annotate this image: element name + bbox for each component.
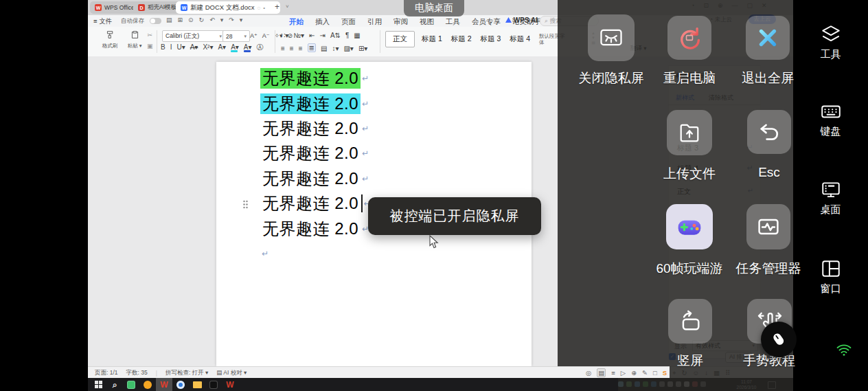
ai-check-button[interactable]: ▤ AI 校对 ▾ [216, 369, 247, 377]
file-menu[interactable]: ≡ 文件 [93, 17, 112, 26]
decrease-indent-button[interactable]: ⇤ [309, 32, 315, 39]
shading-button[interactable]: ▨▾ [343, 45, 353, 52]
app-square [209, 381, 218, 389]
undo-icon[interactable]: ↶ [209, 16, 215, 23]
grow-font-icon[interactable]: A⁺ [250, 32, 258, 40]
borders-button[interactable]: ⊞▾ [358, 45, 367, 52]
font-color-button[interactable]: A▾ [244, 43, 252, 51]
app-wps-2[interactable]: W [222, 378, 238, 391]
unsaved-dot-icon: • [263, 5, 265, 11]
italic-button[interactable]: I [170, 43, 172, 51]
bold-button[interactable]: B [161, 43, 165, 51]
text-direction-button[interactable]: A⇅ [330, 32, 341, 39]
esc-key-icon [756, 120, 782, 144]
strikethrough-button[interactable]: A▾ [190, 43, 198, 51]
app-security[interactable] [123, 378, 139, 391]
remote-title-pill[interactable]: 电脑桌面 [404, 0, 464, 16]
save-icon[interactable]: ▤ [166, 16, 172, 23]
remote-toolbar-rail: 工具 键盘 桌面 窗口 [793, 0, 868, 391]
undo-menu-icon[interactable]: ▾ [220, 16, 224, 23]
desktop-icon [820, 179, 842, 201]
app-wps[interactable]: W [156, 378, 172, 391]
tab-wps-office[interactable]: W WPS Office [90, 1, 139, 14]
spell-check-button[interactable]: 拼写检查: 打开 ▾ [165, 369, 208, 377]
rail-desktop-button[interactable]: 桌面 [793, 179, 868, 216]
autosave-toggle[interactable] [150, 18, 161, 24]
app-glyph: W [226, 380, 233, 390]
font-name-select[interactable]: Calibri (正文)▾ [162, 30, 225, 42]
paragraph-mark-icon: ↵ [362, 124, 369, 133]
tab-list-button[interactable]: ˅ [286, 3, 289, 10]
doc-line: 无界趣连 2.0↵ [260, 91, 371, 115]
privacy-toast: 被控端已开启隐私屏 [368, 197, 541, 235]
app-dot [144, 381, 152, 389]
print-icon[interactable]: ⊞ [178, 16, 183, 23]
style-标题 2[interactable]: 标题 2 [449, 32, 474, 47]
highlight-color-button[interactable]: A▾ [231, 43, 239, 51]
align-center-button[interactable]: ≡ [290, 45, 294, 52]
bullets-button[interactable]: ∷▾ [281, 32, 288, 39]
redo-menu-icon[interactable]: ▾ [240, 16, 243, 23]
paragraph-drag-handle-icon[interactable] [242, 199, 249, 212]
style-标题 1[interactable]: 标题 1 [420, 32, 444, 47]
exit-fullscreen-button[interactable] [746, 16, 790, 60]
mouse-icon [766, 327, 791, 352]
print-preview-icon[interactable]: ⊙ [188, 16, 194, 23]
format-painter-button[interactable]: 格式刷 [99, 30, 121, 49]
distribute-button[interactable]: ▤ [321, 45, 327, 52]
wps-ai-tab[interactable]: WPS AI [505, 16, 538, 24]
style-标题 4[interactable]: 标题 4 [507, 32, 532, 47]
start-button[interactable] [90, 378, 106, 391]
upload-file-button[interactable] [667, 110, 712, 155]
app-browser[interactable] [172, 378, 189, 391]
justify-button[interactable]: ≣ [308, 43, 316, 52]
tab-document[interactable]: W 新建 DOCX 文档.docx ◌ • [176, 1, 280, 14]
wifi-status-icon [836, 342, 852, 360]
phonetic-guide-button[interactable]: A▾ [218, 43, 226, 51]
close-privacy-screen-button[interactable] [588, 14, 635, 61]
keyboard-icon [820, 100, 842, 122]
mouse-cursor [429, 235, 439, 252]
screen: W WPS Office D 稻壳AI模板 W 新建 DOCX 文档.docx … [0, 0, 868, 391]
mouse-mode-button[interactable] [761, 322, 797, 357]
superscript-button[interactable]: X²▾ [203, 43, 213, 51]
task-manager-button[interactable] [746, 204, 790, 249]
align-left-button[interactable]: ≡ [281, 45, 285, 52]
esc-button[interactable] [747, 110, 791, 154]
rail-keyboard-button[interactable]: 键盘 [793, 100, 868, 138]
doc-logo-icon: W [181, 4, 187, 11]
cut-button[interactable]: ✂ [147, 30, 153, 41]
doc-line: 无界趣连 2.0↵ [260, 66, 371, 91]
sync-icon[interactable]: ↻ [199, 16, 205, 23]
style-标题 3[interactable]: 标题 3 [479, 32, 503, 47]
redo-icon[interactable]: ↷ [229, 16, 234, 23]
font-size-select[interactable]: 28▾ [222, 30, 250, 42]
color-bar [244, 50, 251, 52]
character-border-button[interactable]: Ⓐ [257, 43, 264, 51]
line-spacing-button[interactable]: ↕▾ [332, 45, 339, 52]
app-docer[interactable] [139, 378, 156, 391]
app-square [127, 381, 135, 389]
shrink-font-icon[interactable]: A⁻ [262, 32, 270, 40]
app-files[interactable] [189, 378, 205, 391]
rail-tools-button[interactable]: 工具 [793, 23, 868, 61]
search-button[interactable]: ⌕ [106, 378, 123, 391]
app-chat[interactable] [205, 378, 222, 391]
word-count[interactable]: 字数: 35 [126, 369, 148, 377]
numbering-button[interactable]: №▾ [293, 32, 304, 39]
paragraph-mark-icon: ↵ [362, 99, 369, 109]
style-正文[interactable]: 正文 [385, 31, 415, 47]
underline-button[interactable]: U▾ [176, 43, 185, 51]
columns-button[interactable]: ▦ [354, 32, 360, 39]
copy-button[interactable]: ▣ [147, 41, 153, 52]
increase-indent-button[interactable]: ⇥ [320, 32, 326, 39]
portrait-mode-button[interactable] [668, 299, 712, 344]
show-marks-button[interactable]: ¶ [345, 32, 349, 39]
overlay-label: 退出全屏 [720, 69, 816, 87]
upload-file-icon [676, 120, 703, 146]
paste-button[interactable]: 粘贴 ▾ [124, 30, 146, 49]
align-right-button[interactable]: ≡ [299, 45, 303, 52]
new-tab-button[interactable]: + [275, 2, 279, 12]
play-pc-games-button[interactable] [666, 204, 713, 249]
restart-computer-button[interactable] [667, 16, 711, 60]
